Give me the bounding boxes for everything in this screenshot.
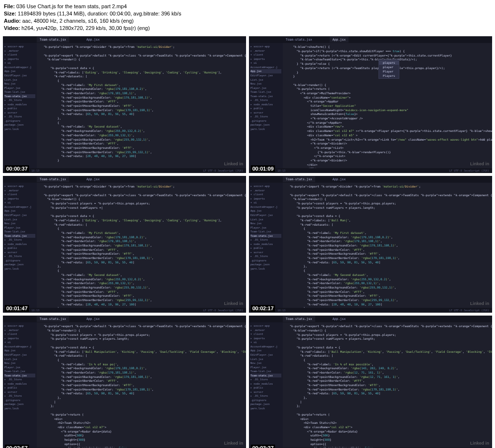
tree-item[interactable]: ▾ client	[4, 192, 35, 197]
tree-item[interactable]: App.jsx	[250, 209, 281, 213]
thumbnail-5[interactable]: Team-stats.jsxApp.jsx▸ soccer-app ▸ .met…	[3, 316, 246, 448]
tree-item[interactable]: ▸ .DS_Store	[4, 238, 35, 242]
tree-item[interactable]: EditPlayer.jsx	[250, 73, 281, 78]
tree-item[interactable]: ▸ server	[4, 250, 35, 255]
tree-item[interactable]: Team-list.jsx	[250, 369, 281, 374]
tab-team-stats[interactable]: Team-stats.jsx	[283, 37, 315, 43]
tree-item[interactable]: package.json	[250, 262, 281, 267]
tree-item[interactable]: ▾ client	[250, 53, 281, 57]
tree-item[interactable]: ▸ soccer-app	[250, 44, 281, 49]
file-tree[interactable]: ▸ soccer-app ▸ .meteor ▾ client ▸ import…	[249, 43, 283, 168]
tree-item[interactable]: ▸ .DS_Store	[250, 98, 281, 102]
tree-item[interactable]: ▸ soccer-app	[4, 324, 35, 328]
code-editor[interactable]: "k-purple">import "k-orange">Divider "k-…	[37, 183, 246, 308]
tree-item[interactable]: ▸ .meteor	[4, 188, 35, 193]
tree-item[interactable]: EditPlayer.jsx	[4, 353, 35, 357]
tree-item[interactable]: ▸ .meteor	[250, 188, 281, 193]
file-tree[interactable]: ▸ soccer-app ▸ .meteor ▾ client ▸ import…	[3, 183, 37, 308]
tree-item[interactable]: List.jsx	[250, 217, 281, 222]
tree-item[interactable]: ▸ server	[4, 390, 35, 394]
tree-item[interactable]: Team-stats.jsx	[4, 234, 35, 238]
tree-item[interactable]: List.jsx	[4, 78, 35, 82]
tree-item[interactable]: Team-list.jsx	[4, 90, 35, 94]
file-tree[interactable]: ▸ soccer-app ▸ .meteor ▾ client ▸ import…	[249, 183, 283, 308]
tree-item[interactable]: .gitignore	[250, 119, 281, 123]
tree-item[interactable]: yarn.lock	[250, 406, 281, 411]
tree-item[interactable]: ▾ ui	[250, 61, 281, 65]
tree-item[interactable]: yarn.lock	[250, 127, 281, 131]
tree-item[interactable]: ▸ node_modules	[250, 382, 281, 386]
tree-item[interactable]: New.jsx	[250, 82, 281, 86]
tree-item[interactable]: Player.jsx	[4, 86, 35, 90]
tree-item[interactable]: ▸ imports	[4, 57, 35, 61]
tab-app[interactable]: App.jsx	[84, 316, 102, 322]
tree-item[interactable]: EditPlayer.jsx	[250, 213, 281, 217]
tree-item[interactable]: ▸ .DS_Store	[4, 98, 35, 102]
tree-item[interactable]: ▸ node_modules	[4, 242, 35, 246]
autocomplete-item[interactable]: Player	[379, 69, 399, 73]
tree-item[interactable]: yarn.lock	[4, 267, 35, 271]
tree-item[interactable]: ▾ client	[250, 332, 281, 336]
tree-item[interactable]: AccountsWrapper.j	[4, 345, 35, 349]
file-tree[interactable]: ▸ soccer-app ▸ .meteor ▾ client ▸ import…	[3, 43, 37, 168]
tree-item[interactable]: ▸ public	[4, 246, 35, 250]
file-tree[interactable]: ▸ soccer-app ▸ .meteor ▾ client ▸ import…	[3, 322, 37, 448]
tree-item[interactable]: Team-list.jsx	[250, 230, 281, 234]
tree-item[interactable]: package.json	[4, 262, 35, 267]
tree-item[interactable]: ▸ imports	[250, 197, 281, 201]
tree-item[interactable]: ▸ soccer-app	[4, 44, 35, 49]
tree-item[interactable]: ▸ .meteor	[250, 49, 281, 53]
tree-item[interactable]: App.jsx	[4, 69, 35, 73]
tree-item[interactable]: List.jsx	[4, 217, 35, 222]
tree-item[interactable]: AccountsWrapper.j	[250, 205, 281, 209]
tree-item[interactable]: ▸ server	[4, 111, 35, 115]
tree-item[interactable]: package.json	[250, 402, 281, 406]
tree-item[interactable]: ▸ .DS_Store	[4, 254, 35, 259]
tree-item[interactable]: ▸ .DS_Store	[4, 394, 35, 398]
tree-item[interactable]: ▸ imports	[4, 197, 35, 201]
tree-item[interactable]: Team-stats.jsx	[250, 374, 281, 378]
thumbnail-2[interactable]: Team-stats.jsxApp.jsx▸ soccer-app ▸ .met…	[249, 36, 492, 173]
tab-team-stats[interactable]: Team-stats.jsx	[37, 37, 69, 43]
tree-item[interactable]: yarn.lock	[4, 406, 35, 411]
tree-item[interactable]: ▸ public	[250, 386, 281, 390]
tree-item[interactable]: ▸ public	[4, 386, 35, 390]
tree-item[interactable]: Team-list.jsx	[4, 369, 35, 374]
tab-app[interactable]: App.jsx	[330, 37, 349, 43]
tree-item[interactable]: Team-list.jsx	[4, 230, 35, 234]
tree-item[interactable]: .gitignore	[4, 398, 35, 403]
tree-item[interactable]: ▾ ui	[250, 201, 281, 205]
tree-item[interactable]: AccountsWrapper.j	[250, 345, 281, 349]
tree-item[interactable]: ▾ ui	[4, 61, 35, 65]
tree-item[interactable]: List.jsx	[4, 357, 35, 361]
tree-item[interactable]: ▾ client	[250, 192, 281, 197]
file-tree[interactable]: ▸ soccer-app ▸ .meteor ▾ client ▸ import…	[249, 322, 283, 448]
tree-item[interactable]: List.jsx	[250, 78, 281, 82]
tree-item[interactable]: ▾ ui	[250, 340, 281, 345]
tree-item[interactable]: New.jsx	[250, 221, 281, 226]
tree-item[interactable]: yarn.lock	[250, 267, 281, 271]
tree-item[interactable]: List.jsx	[250, 357, 281, 361]
tree-item[interactable]: Team-stats.jsx	[4, 374, 35, 378]
tree-item[interactable]: ▸ .meteor	[4, 49, 35, 53]
tab-app[interactable]: App.jsx	[84, 37, 102, 43]
tree-item[interactable]: Player.jsx	[250, 226, 281, 230]
tree-item[interactable]: ▸ server	[250, 390, 281, 394]
tree-item[interactable]: Team-stats.jsx	[250, 234, 281, 238]
tab-team-stats[interactable]: Team-stats.jsx	[37, 176, 69, 182]
tree-item[interactable]: ▸ soccer-app	[250, 184, 281, 188]
autocomplete-popup[interactable]: playersplayerPlayerPlayers	[379, 59, 399, 79]
tree-item[interactable]: package.json	[4, 123, 35, 127]
tree-item[interactable]: ▸ imports	[250, 336, 281, 341]
tree-item[interactable]: New.jsx	[4, 221, 35, 226]
tree-item[interactable]: ▸ .DS_Store	[4, 115, 35, 119]
tree-item[interactable]: ▸ imports	[4, 336, 35, 341]
tree-item[interactable]: ▸ public	[250, 246, 281, 250]
tree-item[interactable]: ▸ .DS_Store	[4, 377, 35, 382]
tree-item[interactable]: ▸ .DS_Store	[250, 394, 281, 398]
tree-item[interactable]: ▾ client	[4, 53, 35, 57]
tree-item[interactable]: .gitignore	[4, 119, 35, 123]
tab-app[interactable]: App.jsx	[84, 176, 102, 182]
tree-item[interactable]: New.jsx	[250, 361, 281, 365]
tab-team-stats[interactable]: Team-stats.jsx	[37, 316, 69, 322]
